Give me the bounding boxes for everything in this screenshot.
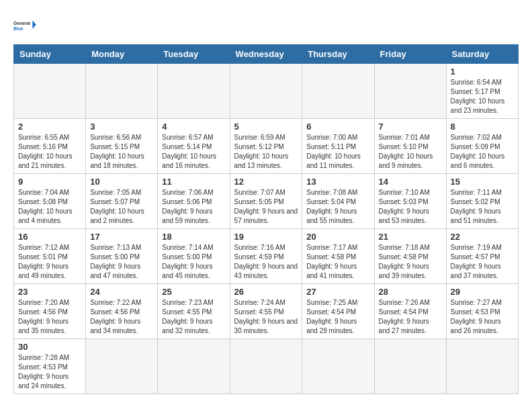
calendar-cell: 17Sunrise: 7:13 AM Sunset: 5:00 PM Dayli…: [86, 229, 158, 284]
day-info: Sunrise: 7:18 AM Sunset: 4:58 PM Dayligh…: [379, 243, 442, 281]
day-number: 28: [379, 287, 442, 297]
calendar-week-row: 16Sunrise: 7:12 AM Sunset: 5:01 PM Dayli…: [14, 229, 519, 284]
day-info: Sunrise: 7:14 AM Sunset: 5:00 PM Dayligh…: [162, 243, 225, 281]
day-info: Sunrise: 7:05 AM Sunset: 5:07 PM Dayligh…: [90, 188, 153, 226]
day-number: 22: [451, 232, 514, 242]
calendar-cell: 28Sunrise: 7:26 AM Sunset: 4:54 PM Dayli…: [374, 284, 446, 339]
weekday-header-thursday: Thursday: [302, 45, 374, 64]
calendar-cell: 27Sunrise: 7:25 AM Sunset: 4:54 PM Dayli…: [302, 284, 374, 339]
day-info: Sunrise: 7:02 AM Sunset: 5:09 PM Dayligh…: [451, 133, 514, 171]
day-info: Sunrise: 7:08 AM Sunset: 5:04 PM Dayligh…: [306, 188, 369, 226]
calendar-cell: [374, 339, 446, 394]
weekday-header-wednesday: Wednesday: [230, 45, 302, 64]
page-header: GeneralBlue: [13, 13, 519, 38]
calendar-cell: 22Sunrise: 7:19 AM Sunset: 4:57 PM Dayli…: [446, 229, 518, 284]
day-number: 29: [451, 287, 514, 297]
day-number: 21: [379, 232, 442, 242]
calendar-cell: [158, 339, 230, 394]
calendar-cell: [446, 339, 518, 394]
day-info: Sunrise: 6:57 AM Sunset: 5:14 PM Dayligh…: [162, 133, 225, 171]
day-info: Sunrise: 7:10 AM Sunset: 5:03 PM Dayligh…: [379, 188, 442, 226]
calendar-cell: 10Sunrise: 7:05 AM Sunset: 5:07 PM Dayli…: [86, 174, 158, 229]
calendar-cell: [230, 339, 302, 394]
calendar-cell: 2Sunrise: 6:55 AM Sunset: 5:16 PM Daylig…: [14, 119, 86, 174]
day-number: 24: [90, 287, 153, 297]
day-number: 4: [162, 122, 225, 132]
day-info: Sunrise: 7:13 AM Sunset: 5:00 PM Dayligh…: [90, 243, 153, 281]
day-info: Sunrise: 6:56 AM Sunset: 5:15 PM Dayligh…: [90, 133, 153, 171]
calendar-cell: 5Sunrise: 6:59 AM Sunset: 5:12 PM Daylig…: [230, 119, 302, 174]
calendar-cell: 1Sunrise: 6:54 AM Sunset: 5:17 PM Daylig…: [446, 64, 518, 119]
day-info: Sunrise: 7:07 AM Sunset: 5:05 PM Dayligh…: [234, 188, 298, 226]
day-info: Sunrise: 7:16 AM Sunset: 4:59 PM Dayligh…: [234, 243, 298, 281]
calendar-cell: 8Sunrise: 7:02 AM Sunset: 5:09 PM Daylig…: [446, 119, 518, 174]
day-info: Sunrise: 7:19 AM Sunset: 4:57 PM Dayligh…: [451, 243, 514, 281]
day-info: Sunrise: 7:12 AM Sunset: 5:01 PM Dayligh…: [18, 243, 81, 281]
day-info: Sunrise: 7:25 AM Sunset: 4:54 PM Dayligh…: [306, 298, 369, 336]
svg-text:Blue: Blue: [13, 26, 24, 31]
day-number: 13: [306, 177, 369, 187]
day-number: 19: [234, 232, 298, 242]
day-number: 20: [306, 232, 369, 242]
calendar-cell: 21Sunrise: 7:18 AM Sunset: 4:58 PM Dayli…: [374, 229, 446, 284]
calendar-cell: [14, 64, 86, 119]
calendar-cell: [86, 64, 158, 119]
day-info: Sunrise: 7:11 AM Sunset: 5:02 PM Dayligh…: [451, 188, 514, 226]
calendar-cell: 14Sunrise: 7:10 AM Sunset: 5:03 PM Dayli…: [374, 174, 446, 229]
calendar-cell: 4Sunrise: 6:57 AM Sunset: 5:14 PM Daylig…: [158, 119, 230, 174]
day-number: 12: [234, 177, 298, 187]
day-number: 26: [234, 287, 298, 297]
day-info: Sunrise: 7:26 AM Sunset: 4:54 PM Dayligh…: [379, 298, 442, 336]
day-info: Sunrise: 7:28 AM Sunset: 4:53 PM Dayligh…: [18, 353, 81, 391]
calendar-table: SundayMondayTuesdayWednesdayThursdayFrid…: [13, 44, 519, 394]
day-number: 25: [162, 287, 225, 297]
day-number: 7: [379, 122, 442, 132]
calendar-cell: 30Sunrise: 7:28 AM Sunset: 4:53 PM Dayli…: [14, 339, 86, 394]
weekday-header-friday: Friday: [374, 45, 446, 64]
day-info: Sunrise: 7:24 AM Sunset: 4:55 PM Dayligh…: [234, 298, 298, 336]
calendar-cell: 23Sunrise: 7:20 AM Sunset: 4:56 PM Dayli…: [14, 284, 86, 339]
weekday-header-saturday: Saturday: [446, 45, 518, 64]
day-number: 1: [451, 66, 514, 77]
weekday-header-tuesday: Tuesday: [158, 45, 230, 64]
calendar-cell: 25Sunrise: 7:23 AM Sunset: 4:55 PM Dayli…: [158, 284, 230, 339]
day-info: Sunrise: 6:54 AM Sunset: 5:17 PM Dayligh…: [451, 78, 514, 116]
day-number: 27: [306, 287, 369, 297]
logo-icon: GeneralBlue: [13, 13, 38, 38]
day-number: 10: [90, 177, 153, 187]
day-number: 3: [90, 122, 153, 132]
day-number: 11: [162, 177, 225, 187]
calendar-cell: 11Sunrise: 7:06 AM Sunset: 5:06 PM Dayli…: [158, 174, 230, 229]
calendar-cell: 7Sunrise: 7:01 AM Sunset: 5:10 PM Daylig…: [374, 119, 446, 174]
calendar-cell: [158, 64, 230, 119]
svg-marker-2: [32, 20, 36, 29]
weekday-header-monday: Monday: [86, 45, 158, 64]
calendar-cell: [302, 339, 374, 394]
day-number: 6: [306, 122, 369, 132]
logo: GeneralBlue: [13, 13, 38, 38]
calendar-cell: [86, 339, 158, 394]
calendar-cell: 3Sunrise: 6:56 AM Sunset: 5:15 PM Daylig…: [86, 119, 158, 174]
calendar-cell: 24Sunrise: 7:22 AM Sunset: 4:56 PM Dayli…: [86, 284, 158, 339]
calendar-cell: 26Sunrise: 7:24 AM Sunset: 4:55 PM Dayli…: [230, 284, 302, 339]
day-info: Sunrise: 6:59 AM Sunset: 5:12 PM Dayligh…: [234, 133, 298, 171]
weekday-header-sunday: Sunday: [14, 45, 86, 64]
svg-text:General: General: [13, 21, 30, 26]
day-number: 2: [18, 122, 81, 132]
calendar-cell: 20Sunrise: 7:17 AM Sunset: 4:58 PM Dayli…: [302, 229, 374, 284]
calendar-week-row: 9Sunrise: 7:04 AM Sunset: 5:08 PM Daylig…: [14, 174, 519, 229]
day-info: Sunrise: 7:01 AM Sunset: 5:10 PM Dayligh…: [379, 133, 442, 171]
day-info: Sunrise: 7:06 AM Sunset: 5:06 PM Dayligh…: [162, 188, 225, 226]
calendar-cell: [302, 64, 374, 119]
day-number: 8: [451, 122, 514, 132]
day-info: Sunrise: 7:00 AM Sunset: 5:11 PM Dayligh…: [306, 133, 369, 171]
calendar-cell: 12Sunrise: 7:07 AM Sunset: 5:05 PM Dayli…: [230, 174, 302, 229]
day-info: Sunrise: 7:17 AM Sunset: 4:58 PM Dayligh…: [306, 243, 369, 281]
calendar-week-row: 30Sunrise: 7:28 AM Sunset: 4:53 PM Dayli…: [14, 339, 519, 394]
day-number: 16: [18, 232, 81, 242]
day-info: Sunrise: 7:27 AM Sunset: 4:53 PM Dayligh…: [451, 298, 514, 336]
calendar-cell: 18Sunrise: 7:14 AM Sunset: 5:00 PM Dayli…: [158, 229, 230, 284]
calendar-week-row: 1Sunrise: 6:54 AM Sunset: 5:17 PM Daylig…: [14, 64, 519, 119]
day-info: Sunrise: 7:20 AM Sunset: 4:56 PM Dayligh…: [18, 298, 81, 336]
calendar-cell: [230, 64, 302, 119]
